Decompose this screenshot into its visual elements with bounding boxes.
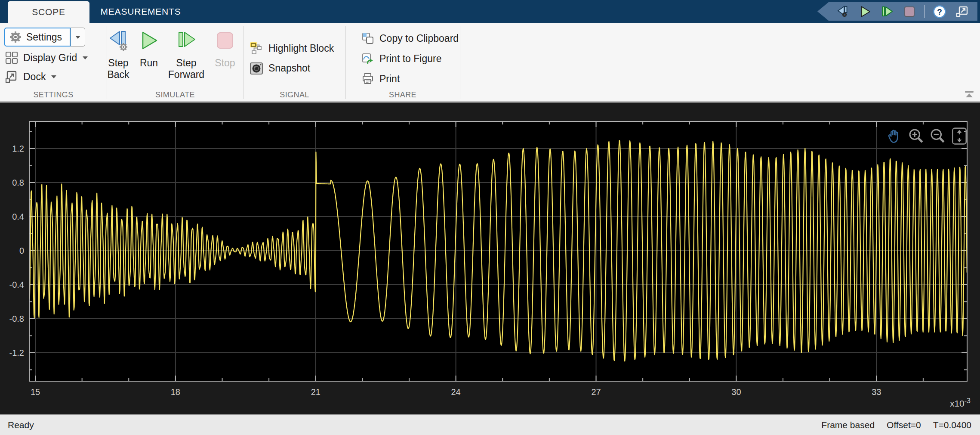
settings-dropdown-button[interactable] — [71, 28, 85, 47]
y-tick-label: 0.8 — [12, 178, 24, 187]
zoom-out-icon — [929, 127, 946, 145]
highlight-block-icon — [250, 41, 263, 55]
step-forward-icon — [175, 29, 197, 52]
status-details: Frame based Offset=0 T=0.0400 — [809, 420, 971, 430]
quick-access-toolbar: ? — [817, 2, 977, 21]
dock-label: Dock — [23, 71, 46, 83]
waveform-plot[interactable]: 15182124273033-1.2-0.8-0.400.40.81.2 — [0, 103, 980, 414]
quick-step-forward-button[interactable] — [879, 4, 895, 19]
status-time: T=0.0400 — [933, 420, 971, 430]
zoom-in-button[interactable] — [907, 127, 926, 146]
status-bar: Ready Frame based Offset=0 T=0.0400 — [0, 414, 980, 435]
tab-measurements[interactable]: MEASUREMENTS — [89, 0, 192, 23]
ribbon-toolbar: Settings Display Grid — [0, 23, 980, 102]
dock-button[interactable]: Dock — [5, 67, 57, 86]
stop-icon — [903, 5, 916, 18]
pan-button[interactable] — [885, 127, 904, 146]
x-tick-label: 15 — [31, 387, 40, 397]
print-figure-icon — [361, 52, 374, 65]
copy-icon — [361, 32, 374, 45]
snapshot-button[interactable]: Snapshot — [250, 59, 310, 78]
x-tick-label: 27 — [591, 387, 601, 397]
camera-icon — [250, 61, 263, 75]
status-message: Ready — [8, 420, 34, 430]
run-icon — [139, 30, 159, 51]
print-label: Print — [379, 73, 400, 85]
help-button[interactable]: ? — [932, 4, 947, 19]
step-back-label-line2: Back — [107, 69, 129, 81]
dock-icon — [5, 70, 18, 83]
quick-run-button[interactable] — [857, 4, 872, 19]
display-grid-button[interactable]: Display Grid — [5, 48, 88, 67]
print-button[interactable]: Print — [361, 69, 400, 88]
settings-label: Settings — [26, 31, 62, 43]
y-tick-label: 0.4 — [12, 212, 24, 221]
quick-stop-button[interactable] — [902, 4, 917, 19]
settings-button[interactable]: Settings — [4, 28, 85, 47]
group-label-signal: SIGNAL — [243, 90, 345, 101]
x-tick-label: 30 — [731, 387, 741, 397]
grid-icon — [5, 51, 18, 64]
step-forward-label-line1: Step — [168, 57, 204, 69]
step-forward-button[interactable]: Step Forward — [166, 25, 207, 81]
display-grid-label: Display Grid — [23, 52, 77, 64]
x-tick-label: 24 — [451, 387, 461, 397]
step-forward-label-line2: Forward — [168, 69, 204, 81]
stop-icon — [215, 30, 235, 51]
copy-to-clipboard-label: Copy to Clipboard — [379, 33, 459, 44]
group-separator — [345, 26, 346, 99]
zoom-out-button[interactable] — [928, 127, 947, 146]
group-label-share: SHARE — [345, 90, 460, 101]
caret-down-icon — [82, 56, 88, 60]
step-back-icon — [835, 5, 849, 18]
highlight-block-button[interactable]: Highlight Block — [250, 39, 334, 58]
help-icon: ? — [932, 4, 947, 19]
status-offset: Offset=0 — [887, 420, 921, 430]
y-tick-label: 0 — [19, 246, 24, 255]
group-separator — [243, 26, 244, 99]
svg-text:?: ? — [937, 7, 942, 16]
group-separator — [460, 26, 460, 99]
run-label: Run — [140, 57, 158, 69]
printer-icon — [361, 72, 374, 85]
step-back-label-line1: Step — [107, 57, 129, 69]
tab-measurements-label: MEASUREMENTS — [101, 6, 181, 17]
stop-label: Stop — [215, 57, 235, 69]
gear-icon — [9, 31, 22, 44]
scope-window: SCOPE MEASUREMENTS — [0, 0, 980, 435]
step-back-icon — [107, 29, 129, 52]
x-tick-label: 33 — [872, 387, 881, 397]
collapse-ribbon-button[interactable] — [962, 88, 977, 100]
caret-down-icon — [51, 75, 57, 79]
group-label-settings: SETTINGS — [0, 90, 107, 101]
run-button[interactable]: Run — [136, 25, 162, 69]
copy-to-clipboard-button[interactable]: Copy to Clipboard — [361, 29, 459, 48]
stop-button[interactable]: Stop — [209, 25, 241, 69]
snapshot-label: Snapshot — [268, 62, 310, 74]
pan-hand-icon — [886, 127, 903, 145]
x-axis-scale-label: x10-3 — [912, 397, 971, 409]
step-back-button[interactable]: Step Back — [99, 25, 138, 81]
zoom-in-icon — [908, 127, 925, 145]
y-tick-label: -0.4 — [9, 280, 24, 289]
settings-button-main[interactable]: Settings — [4, 28, 71, 47]
tab-scope-label: SCOPE — [32, 7, 65, 17]
fit-vertical-button[interactable] — [950, 127, 969, 146]
plot-toolbar — [885, 127, 969, 146]
step-forward-icon — [880, 5, 894, 18]
tab-scope[interactable]: SCOPE — [8, 1, 89, 23]
x-tick-label: 18 — [171, 387, 180, 397]
quick-step-back-button[interactable] — [835, 4, 850, 19]
y-tick-label: 1.2 — [12, 144, 24, 153]
print-to-figure-label: Print to Figure — [379, 53, 441, 65]
pop-out-icon — [955, 5, 969, 18]
fit-vertical-icon — [951, 127, 968, 145]
toolstrip-tab-bar: SCOPE MEASUREMENTS — [0, 0, 980, 23]
pop-out-button[interactable] — [954, 4, 970, 19]
print-to-figure-button[interactable]: Print to Figure — [361, 49, 441, 68]
y-tick-label: -1.2 — [9, 348, 24, 357]
caret-down-icon — [75, 35, 81, 39]
collapse-chevron-icon — [964, 90, 975, 99]
run-icon — [858, 5, 871, 18]
group-label-simulate: SIMULATE — [107, 90, 243, 101]
